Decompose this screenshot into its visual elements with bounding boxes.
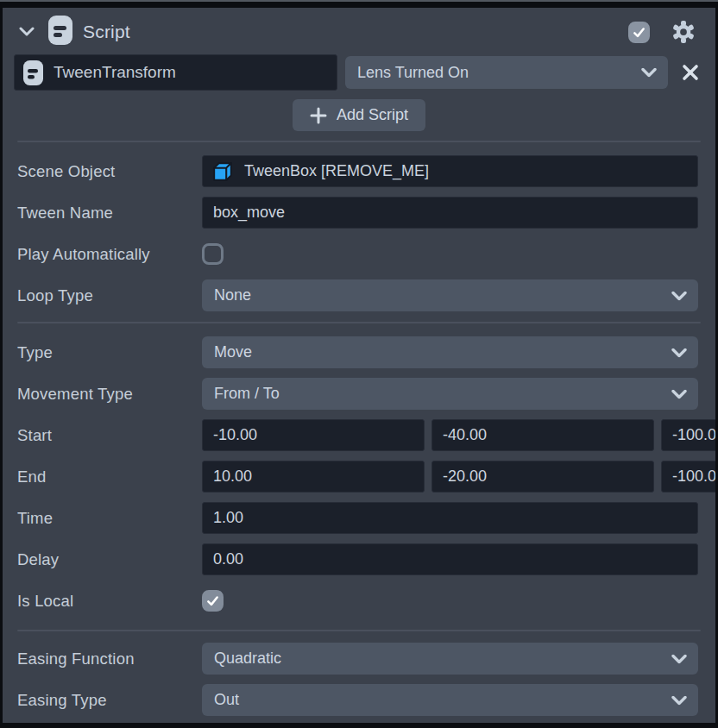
field-label-play-automatically: Play Automatically — [17, 245, 202, 264]
field-label-is-local: Is Local — [17, 592, 202, 611]
field-label-end: End — [17, 468, 202, 486]
trigger-dropdown[interactable]: Lens Turned On — [345, 56, 668, 89]
delay-row: Delay — [17, 543, 698, 575]
divider — [17, 322, 701, 323]
field-label-time: Time — [17, 509, 202, 528]
start-y-input[interactable] — [431, 419, 654, 451]
chevron-down-icon — [671, 691, 687, 709]
chevron-down-icon — [671, 343, 687, 361]
field-label-tween-name: Tween Name — [17, 204, 202, 223]
remove-script-button[interactable] — [680, 62, 701, 83]
close-icon — [680, 62, 701, 83]
field-label-movement-type: Movement Type — [17, 385, 202, 404]
loop-type-dropdown[interactable]: None — [202, 279, 698, 311]
field-label-type: Type — [17, 343, 202, 362]
field-label-easing-type: Easing Type — [17, 691, 202, 710]
scene-object-field[interactable]: TweenBox [REMOVE_ME] — [202, 155, 698, 187]
chevron-down-icon — [671, 650, 687, 668]
start-row: Start — [17, 419, 698, 451]
end-x-input[interactable] — [202, 461, 425, 493]
scene-object-row: Scene Object TweenBox [REMOVE_ME] — [17, 155, 698, 187]
settings-gear-icon[interactable] — [671, 19, 696, 45]
tween-name-input[interactable] — [202, 197, 698, 229]
easing-function-dropdown[interactable]: Quadratic — [202, 643, 698, 675]
type-row: Type Move — [17, 336, 698, 368]
easing-type-value: Out — [214, 691, 239, 709]
time-input[interactable] — [202, 502, 698, 534]
easing-function-value: Quadratic — [214, 650, 281, 668]
movement-type-value: From / To — [214, 385, 280, 403]
chevron-down-icon — [671, 385, 687, 403]
play-automatically-row: Play Automatically — [17, 238, 698, 270]
divider — [17, 141, 701, 142]
tween-name-row: Tween Name — [17, 197, 698, 229]
script-instance-row: TweenTransform Lens Turned On — [14, 54, 701, 91]
end-row: End — [17, 461, 698, 493]
panel-title: Script — [83, 22, 130, 42]
chevron-down-icon — [641, 64, 657, 82]
type-value: Move — [214, 343, 252, 361]
type-dropdown[interactable]: Move — [202, 336, 698, 368]
easing-function-row: Easing Function Quadratic — [17, 643, 698, 675]
field-label-delay: Delay — [17, 550, 202, 569]
add-script-label: Add Script — [337, 106, 408, 124]
cube-icon — [211, 160, 234, 183]
add-script-button[interactable]: Add Script — [293, 99, 425, 131]
script-file-icon — [23, 60, 43, 85]
loop-type-value: None — [214, 286, 251, 304]
is-local-row: Is Local — [17, 585, 698, 617]
component-header: Script — [3, 8, 715, 51]
easing-type-row: Easing Type Out — [17, 684, 698, 716]
start-z-input[interactable] — [661, 419, 715, 451]
panel-top-edge — [0, 0, 718, 2]
script-name-label: TweenTransform — [54, 63, 176, 82]
end-y-input[interactable] — [431, 461, 654, 493]
movement-type-row: Movement Type From / To — [17, 378, 698, 410]
time-row: Time — [17, 502, 698, 534]
collapse-chevron-icon[interactable] — [17, 22, 36, 41]
field-label-loop-type: Loop Type — [17, 286, 202, 305]
start-x-input[interactable] — [202, 419, 425, 451]
script-icon — [48, 16, 72, 48]
script-name-field[interactable]: TweenTransform — [14, 54, 337, 91]
field-label-start: Start — [17, 426, 202, 445]
component-enabled-checkbox[interactable] — [628, 22, 650, 43]
end-z-input[interactable] — [661, 461, 715, 493]
scene-object-value: TweenBox [REMOVE_ME] — [244, 162, 429, 180]
easing-type-dropdown[interactable]: Out — [202, 684, 698, 716]
plus-icon — [310, 107, 327, 124]
field-label-scene-object: Scene Object — [17, 162, 202, 181]
field-label-easing-function: Easing Function — [17, 650, 202, 668]
is-local-checkbox[interactable] — [202, 590, 224, 612]
trigger-dropdown-value: Lens Turned On — [357, 64, 469, 82]
delay-input[interactable] — [202, 543, 698, 575]
movement-type-dropdown[interactable]: From / To — [202, 378, 698, 410]
divider — [17, 630, 701, 631]
inspector-panel: Script — [3, 8, 715, 723]
loop-type-row: Loop Type None — [17, 279, 698, 311]
chevron-down-icon — [671, 286, 687, 304]
play-automatically-checkbox[interactable] — [202, 243, 224, 265]
